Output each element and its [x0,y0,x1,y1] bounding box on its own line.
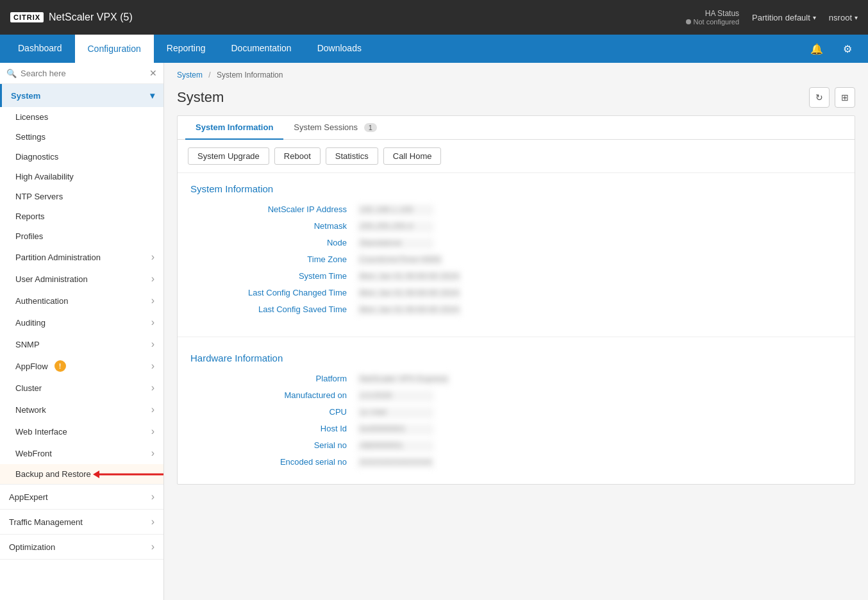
sidebar-item-high-availability-label: High Availability [15,172,74,181]
info-label-cpu: CPU [190,407,357,419]
call-home-button[interactable]: Call Home [383,147,442,165]
info-row-lastsaved: Last Config Saved Time Mon Jan 01 00:00:… [190,304,842,316]
sidebar-item-traffic-management-label: Traffic Management [9,517,83,527]
sidebar-item-partition-administration-label: Partition Administration [15,253,101,262]
sidebar-item-traffic-management[interactable]: Traffic Management [0,510,163,535]
partition-block[interactable]: Partition default ▾ [752,13,816,22]
sidebar-item-reports[interactable]: Reports [0,206,163,226]
info-row-node: Node Standalone [190,238,842,249]
info-label-lastchanged: Last Config Changed Time [190,288,357,299]
tab-system-information[interactable]: System Information [185,116,283,140]
sidebar-item-network[interactable]: Network [0,399,163,421]
partition-chevron-icon: ▾ [813,14,816,21]
info-row-timezone: Time Zone CoordUnivTime+0000 [190,254,842,266]
sidebar-group-system[interactable]: System ▾ [0,84,163,107]
sidebar-item-appexpert[interactable]: AppExpert [0,485,163,510]
sidebar-item-settings[interactable]: Settings [0,127,163,147]
info-label-systemtime: System Time [190,271,357,283]
breadcrumb-separator: / [208,71,210,79]
search-icon: 🔍 [6,69,17,78]
ha-status-label: HA Status [686,9,740,18]
refresh-button[interactable]: ↻ [809,87,830,108]
user-name: nsroot [829,13,852,22]
sidebar-item-user-administration[interactable]: User Administration [0,268,163,290]
backup-restore-container: Backup and Restore [0,464,163,484]
ha-status-dot [686,19,691,24]
info-value-hostid: 0x00000001 [357,424,434,435]
tabs-row: System Information System Sessions 1 [178,116,855,140]
system-upgrade-button[interactable]: System Upgrade [188,147,269,165]
info-value-lastchanged: Mon Jan 01 00:00:00 2024 [357,288,462,299]
citrix-logo-text: CITRIX [10,12,44,22]
sidebar-item-webfront[interactable]: WebFront [0,442,163,464]
tab-reporting[interactable]: Reporting [154,35,219,63]
sidebar-item-web-interface[interactable]: Web Interface [0,421,163,442]
sidebar-item-diagnostics-label: Diagnostics [15,152,58,162]
sidebar-section-system: System ▾ Licenses Settings Diagnostics H… [0,84,163,485]
clear-search-icon[interactable]: ✕ [149,68,157,78]
breadcrumb: System / System Information [164,63,868,82]
user-block[interactable]: nsroot ▾ [829,13,858,22]
tab-configuration[interactable]: Configuration [75,35,154,63]
sidebar-item-profiles-label: Profiles [15,231,43,241]
sidebar: 🔍 ✕ System ▾ Licenses Settings Diagnosti… [0,63,164,600]
sidebar-item-settings-label: Settings [15,132,46,142]
sidebar-item-reports-label: Reports [15,212,45,221]
sidebar-item-authentication[interactable]: Authentication [0,290,163,312]
main-layout: 🔍 ✕ System ▾ Licenses Settings Diagnosti… [0,63,868,600]
info-value-nsip: 192.168.1.100 [357,204,434,216]
info-row-cpu: CPU 1x Intel [190,407,842,419]
sidebar-item-backup-and-restore[interactable]: Backup and Restore [0,464,163,484]
tab-system-sessions[interactable]: System Sessions 1 [283,116,387,140]
info-value-encoded-serialno: XXXXXXXXXXXXX [357,457,435,469]
info-value-manufactured: 1/1/2020 [357,390,434,402]
view-toggle-button[interactable]: ⊞ [835,87,855,108]
sidebar-item-snmp[interactable]: SNMP [0,333,163,355]
sidebar-item-cluster[interactable]: Cluster [0,377,163,399]
tab-dashboard[interactable]: Dashboard [5,35,75,63]
sidebar-item-appflow[interactable]: AppFlow ! [0,355,163,377]
sidebar-item-licenses[interactable]: Licenses [0,107,163,127]
partition-value: default [785,13,810,22]
sidebar-item-optimization[interactable]: Optimization [0,535,163,560]
sidebar-item-ntp-servers[interactable]: NTP Servers [0,187,163,206]
notifications-button[interactable]: 🔔 [806,38,827,59]
tab-documentation[interactable]: Documentation [218,35,304,63]
info-label-nsip: NetScaler IP Address [190,204,357,216]
sidebar-item-auditing[interactable]: Auditing [0,312,163,333]
system-information-title: System Information [190,183,842,194]
sidebar-item-appexpert-label: AppExpert [9,492,48,502]
app-title: NetScaler VPX (5) [49,12,133,23]
info-label-platform: Platform [190,374,357,385]
sidebar-item-partition-administration[interactable]: Partition Administration [0,246,163,268]
sidebar-item-diagnostics[interactable]: Diagnostics [0,147,163,167]
info-row-platform: Platform NetScaler VPX Express [190,374,842,385]
nav-tabs: Dashboard Configuration Reporting Docume… [5,35,374,63]
breadcrumb-system-link[interactable]: System [177,71,203,79]
header-right: HA Status Not configured Partition defau… [686,9,858,26]
hardware-information-title: Hardware Information [190,353,842,363]
tab-downloads[interactable]: Downloads [305,35,374,63]
info-row-nsip: NetScaler IP Address 192.168.1.100 [190,204,842,216]
statistics-button[interactable]: Statistics [326,147,378,165]
top-header: CITRIX NetScaler VPX (5) HA Status Not c… [0,0,868,35]
system-information-section: System Information NetScaler IP Address … [178,173,855,331]
info-row-serialno: Serial no AB0000001 [190,440,842,452]
info-value-platform: NetScaler VPX Express [357,374,450,385]
sidebar-item-high-availability[interactable]: High Availability [0,167,163,187]
user-chevron-icon: ▾ [855,14,858,21]
sidebar-item-profiles[interactable]: Profiles [0,226,163,246]
search-input[interactable] [21,69,146,78]
info-label-encoded-serialno: Encoded serial no [190,457,357,469]
info-row-netmask: Netmask 255.255.255.0 [190,221,842,233]
nav-bar: Dashboard Configuration Reporting Docume… [0,35,868,63]
reboot-button[interactable]: Reboot [274,147,321,165]
info-value-serialno: AB0000001 [357,440,434,452]
settings-button[interactable]: ⚙ [837,38,858,59]
hardware-information-section: Hardware Information Platform NetScaler … [178,342,855,484]
ha-status-value: Not configured [686,18,740,26]
sidebar-group-system-chevron: ▾ [150,90,154,101]
info-label-hostid: Host Id [190,424,357,435]
page-title: System [177,89,224,106]
sidebar-item-network-label: Network [15,405,46,415]
